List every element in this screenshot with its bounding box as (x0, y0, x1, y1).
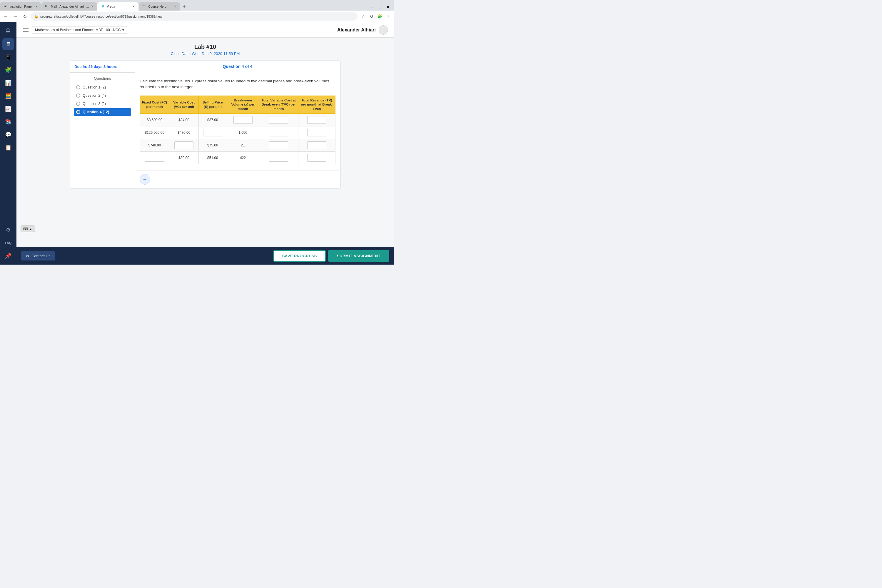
question-item-3[interactable]: Question 3 (2) (74, 100, 131, 108)
row3-vc-input[interactable] (174, 141, 194, 149)
close-date-label: Close Date: (171, 51, 191, 56)
reload-button[interactable]: ↻ (21, 13, 28, 20)
question-item-4[interactable]: Question 4 (12) (74, 108, 131, 116)
svg-rect-1 (23, 30, 28, 30)
prev-question-button[interactable]: ← (140, 174, 150, 184)
keyboard-icon: ⌨ (23, 227, 28, 231)
sidebar-item-faq[interactable]: FAQ (2, 237, 14, 249)
row4-bv: 422 (226, 152, 259, 164)
tab-close-vretta[interactable]: ✕ (130, 5, 135, 9)
sidebar-item-book[interactable]: 📚 (2, 116, 14, 128)
new-tab-button[interactable]: + (180, 2, 189, 10)
col-header-bv: Break-even Volume (x) per month (226, 96, 259, 114)
row1-tr-cell (298, 114, 336, 126)
bookmark-icon[interactable]: ☆ (360, 13, 367, 20)
app-container: 🏛 🖥 📱 🧩 📊 🧮 📈 📚 💬 📋 ⚙ FAQ 📌 Mathematics … (0, 22, 394, 265)
row1-tr-input[interactable] (307, 116, 326, 124)
profile-icon[interactable]: G (368, 13, 375, 20)
tab-label-coursehero: Course Hero (148, 5, 166, 8)
row2-vc: $470.00 (170, 126, 198, 139)
hamburger-menu[interactable] (22, 27, 29, 33)
question-item-1[interactable]: Question 1 (2) (74, 84, 131, 91)
row3-vc-cell (170, 139, 198, 152)
row4-tr-cell (298, 152, 336, 164)
submit-assignment-button[interactable]: SUBMIT ASSIGNMENT (328, 250, 389, 262)
tab-label-mail: Mail - Alexander Alhiari - Outloo... (51, 5, 89, 8)
row1-fc: $8,600.00 (140, 114, 170, 126)
row4-vc: $30.00 (170, 152, 198, 164)
contact-us-button[interactable]: ✉ Contact Us (21, 251, 55, 261)
sidebar-item-dashboard[interactable]: 🖥 (2, 38, 14, 50)
tab-label-vretta: Vretta (107, 5, 115, 8)
back-button[interactable]: ← (2, 13, 9, 20)
col-header-fc: Fixed Cost (FC) per month (140, 96, 170, 114)
forward-button[interactable]: → (12, 13, 19, 20)
question-2-label: Question 2 (4) (82, 93, 106, 98)
row1-tvc-input[interactable] (269, 116, 288, 124)
row2-tvc-cell (259, 126, 298, 139)
row1-bv-input[interactable] (233, 116, 252, 124)
row2-sp-input[interactable] (203, 129, 222, 136)
row1-bv-cell (226, 114, 259, 126)
keyboard-button[interactable]: ⌨ ▲ (21, 225, 35, 232)
row4-tvc-cell (259, 152, 298, 164)
row3-fc: $740.00 (140, 139, 170, 152)
tab-favicon-coursehero: 🛡 (142, 4, 146, 9)
close-button[interactable]: ✕ (384, 3, 392, 10)
row3-tr-input[interactable] (307, 141, 326, 149)
question-item-2[interactable]: Question 2 (4) (74, 92, 131, 99)
sidebar-item-graph[interactable]: 📈 (2, 103, 14, 115)
tab-coursehero[interactable]: 🛡 Course Hero ✕ (139, 2, 180, 10)
due-in-value: 26 days 3 hours (88, 64, 117, 69)
tab-vretta[interactable]: V Vretta ✕ (98, 2, 138, 10)
sidebar-item-chat[interactable]: 💬 (2, 129, 14, 141)
keyboard-expand-icon: ▲ (29, 227, 32, 231)
row2-fc: $126,000.00 (140, 126, 170, 139)
row4-sp: $51.00 (198, 152, 226, 164)
address-bar[interactable]: 🔒 secure.vretta.com/collegelink/#/course… (31, 12, 357, 21)
sidebar-item-home[interactable]: 🏛 (2, 25, 14, 37)
sidebar-item-calculator[interactable]: 🧮 (2, 90, 14, 102)
save-progress-button[interactable]: SAVE PROGRESS (273, 250, 326, 262)
tab-close-mail[interactable]: ✕ (89, 5, 93, 9)
minimize-button[interactable]: ─ (368, 3, 375, 10)
sidebar-item-chart[interactable]: 📊 (2, 77, 14, 89)
question-3-label: Question 3 (2) (82, 102, 106, 106)
sidebar-item-flag[interactable]: 📌 (2, 250, 14, 262)
row4-tr-input[interactable] (307, 154, 326, 162)
tab-close-coursehero[interactable]: ✕ (172, 5, 176, 9)
row4-tvc-input[interactable] (269, 154, 288, 162)
question-instruction: Calculate the missing values. Express do… (140, 78, 336, 90)
lock-icon: 🔒 (34, 14, 39, 18)
assignment-body: Due In: 26 days 3 hours Questions Questi… (70, 61, 340, 189)
nav-bar: ← → ↻ 🔒 secure.vretta.com/collegelink/#/… (0, 10, 394, 22)
tab-favicon-vretta: V (101, 4, 105, 9)
sidebar-item-settings[interactable]: ⚙ (2, 224, 14, 236)
sidebar-item-table[interactable]: 📋 (2, 142, 14, 153)
sidebar-item-tablet[interactable]: 📱 (2, 51, 14, 63)
row2-tvc-input[interactable] (269, 129, 288, 136)
svg-rect-0 (23, 28, 28, 28)
question-radio-3 (76, 102, 80, 106)
course-selector[interactable]: Mathematics of Business and Finance MBF … (32, 26, 127, 34)
row3-tvc-input[interactable] (269, 141, 288, 149)
col-header-sp: Selling Price (S) per unit (198, 96, 226, 114)
more-options-icon[interactable]: ⋮ (384, 13, 392, 20)
tab-favicon-mail: ✉ (45, 4, 49, 9)
assignment-title: Lab #10 (194, 44, 216, 50)
tab-close-institution[interactable]: ✕ (33, 5, 38, 9)
close-date-value: Wed, Dec 9, 2020 11:59 PM (192, 51, 240, 56)
tab-favicon-institution: 🏛 (3, 4, 8, 9)
row2-tr-input[interactable] (307, 129, 326, 136)
top-bar: Mathematics of Business and Finance MBF … (16, 22, 394, 38)
row4-fc-input[interactable] (145, 154, 164, 162)
maximize-button[interactable]: ⬜ (376, 3, 383, 10)
sidebar-item-puzzle[interactable]: 🧩 (2, 64, 14, 76)
tab-institution[interactable]: 🏛 Institution Page ✕ (0, 2, 41, 10)
right-panel: Question 4 of 4 Calculate the missing va… (135, 61, 340, 188)
tab-mail[interactable]: ✉ Mail - Alexander Alhiari - Outloo... ✕ (42, 2, 97, 10)
question-radio-1 (76, 85, 80, 89)
extension-icon[interactable]: 🧩 (376, 13, 383, 20)
question-4-label: Question 4 (12) (82, 110, 109, 114)
main-content: Mathematics of Business and Finance MBF … (16, 22, 394, 265)
